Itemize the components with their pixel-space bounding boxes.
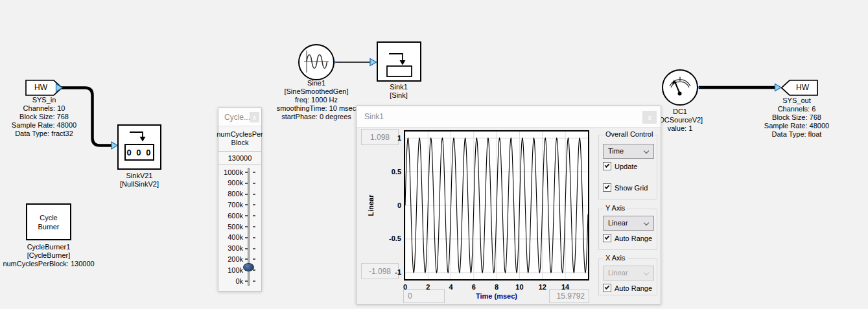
slider-tick-mark (253, 280, 255, 282)
slider-window-title: Cycle... (224, 108, 250, 126)
slider-tick-label: 100k (218, 266, 243, 275)
slider-tick-mark (253, 248, 255, 249)
sys-in-samplerate: Sample Rate: 48000 (0, 121, 89, 130)
x-tick-label: 8 (487, 283, 506, 292)
sinkv21-class: [NullSinkV2] (94, 180, 185, 189)
slider-tick-mark (245, 172, 248, 173)
sinkv21-caption: SinkV21 [NullSinkV2] (94, 172, 185, 189)
sinkv21-name: SinkV21 (94, 172, 185, 180)
sys-out-name: SYS_out (751, 97, 842, 105)
sine-wave-icon (302, 48, 331, 76)
sink-window-titlebar[interactable]: Sink1 x (357, 106, 661, 128)
y-scale-select[interactable]: Linear (603, 216, 654, 231)
slider-window-titlebar[interactable]: Cycle... x (218, 108, 261, 126)
x-scale-select-value: Linear (608, 269, 628, 277)
sys-out-samplerate: Sample Rate: 48000 (751, 122, 842, 130)
sine1-class: [SineSmoothedGen] (264, 87, 368, 96)
x-tick-label: 2 (418, 283, 438, 292)
slider-tick-label: 800k (218, 190, 243, 198)
x-tick-label: 14 (556, 283, 575, 292)
cycleburner-block[interactable]: Cycle Burner (26, 203, 71, 240)
cycleburner-class: [CycleBurner] (0, 251, 97, 260)
sys-out-input-port-icon[interactable] (775, 84, 782, 91)
sinkv21-arrow-icon (119, 127, 160, 143)
sinkv21-counter-display: 0 0 0 (124, 144, 154, 161)
check-icon (605, 235, 610, 240)
domain-select[interactable]: Time (603, 144, 654, 159)
y-tick-label: 0 (379, 201, 401, 210)
y-scale-select-value: Linear (608, 219, 628, 227)
slider-thumb[interactable] (243, 263, 254, 271)
slider-tick-label: 300k (218, 244, 243, 253)
sink1-input-port-icon[interactable] (370, 59, 377, 66)
y-tick-label: 0.5 (379, 168, 401, 176)
slider-tick-mark (245, 280, 248, 282)
slider-tick-mark (253, 204, 255, 205)
slider-tick-label: 600k (218, 212, 243, 220)
slider-tick-mark (253, 183, 255, 184)
dc1-block[interactable] (662, 69, 698, 106)
slider-tick-mark (245, 237, 248, 238)
y-auto-range-checkbox-row[interactable]: Auto Range (603, 234, 652, 242)
x-tick-label: 0 (395, 283, 415, 292)
sink1-name: Sink1 (360, 83, 438, 91)
slider-tick-mark (253, 258, 255, 260)
sink1-block[interactable] (377, 41, 421, 82)
y-auto-range-label: Auto Range (615, 235, 652, 242)
slider-tick-mark (253, 237, 255, 238)
check-icon (605, 184, 610, 189)
cycleburner-caption: CycleBurner1 [CycleBurner] numCyclesPerB… (0, 243, 97, 268)
sys-in-channels: Channels: 10 (0, 104, 89, 113)
sys-in-datatype: Data Type: fract32 (0, 130, 89, 138)
x-tick-label: 12 (533, 283, 552, 292)
cycleburner-param: numCyclesPerBlock: 130000 (0, 260, 97, 268)
sinkv21-block[interactable]: 0 0 0 (117, 124, 161, 170)
y-auto-range-checkbox[interactable] (603, 234, 611, 242)
slider-tick-mark (245, 248, 248, 249)
sink1-caption: Sink1 [Sink] (360, 83, 438, 100)
diagram-canvas: HW SYS_in Channels: 10 Block Size: 768 S… (0, 0, 868, 309)
update-checkbox-row[interactable]: Update (603, 162, 637, 170)
slider-tick-mark (245, 183, 248, 184)
x-tick-label: 10 (510, 283, 529, 292)
cycleburner-name: CycleBurner1 (0, 243, 97, 251)
slider-tick-mark (253, 194, 255, 195)
slider-value-field[interactable]: 130000 (218, 151, 261, 165)
overall-control-group-label: Overall Control (604, 130, 655, 138)
cycleburner-body-label: Cycle Burner (27, 205, 70, 239)
x-auto-range-checkbox-row[interactable]: Auto Range (603, 284, 652, 292)
sys-out-hw-label: HW (788, 80, 817, 95)
sink1-arrow-icon (378, 43, 420, 80)
sinkv21-input-port-icon[interactable] (111, 142, 117, 149)
sys-out-datatype: Data Type: float (751, 130, 842, 139)
x-tick-label: 6 (464, 283, 484, 292)
slider-tick-label: 700k (218, 201, 243, 209)
slider-tick-mark (253, 215, 255, 216)
chevron-down-icon (644, 148, 649, 154)
show-grid-checkbox-row[interactable]: Show Grid (603, 183, 648, 192)
sine1-name: Sine1 (264, 79, 368, 87)
y-axis-group: Y Axis Linear Auto Range (598, 209, 657, 250)
sine1-caption: Sine1 [SineSmoothedGen] freq: 1000 Hz sm… (264, 79, 368, 121)
update-checkbox[interactable] (603, 162, 611, 170)
sine1-block[interactable] (298, 44, 334, 80)
slider-tick-mark (245, 194, 248, 195)
domain-select-value: Time (608, 147, 624, 155)
sink1-scope-window: Sink1 x 1.098 -1.098 Linear 0 Time (msec… (356, 106, 661, 304)
sys-out-channels: Channels: 6 (751, 105, 842, 113)
slider-tick-label: 1000k (218, 168, 243, 177)
update-checkbox-label: Update (615, 163, 637, 170)
x-axis-group-label: X Axis (604, 254, 628, 262)
show-grid-checkbox[interactable] (603, 183, 611, 192)
slider-window-close-icon[interactable]: x (250, 112, 259, 122)
x-auto-range-checkbox[interactable] (603, 284, 611, 292)
sink-window-title: Sink1 (364, 106, 384, 128)
meter-icon (666, 73, 694, 102)
slider-tick-label: 200k (218, 255, 243, 264)
y-tick-label: -0.5 (379, 235, 401, 243)
x-axis-group: X Axis Linear Auto Range (598, 258, 657, 295)
y-axis-label: Linear (367, 166, 376, 244)
sys-out-blocksize: Block Size: 768 (751, 113, 842, 122)
sink-window-close-icon[interactable]: x (642, 111, 657, 124)
sys-in-blocksize: Block Size: 768 (0, 113, 89, 121)
